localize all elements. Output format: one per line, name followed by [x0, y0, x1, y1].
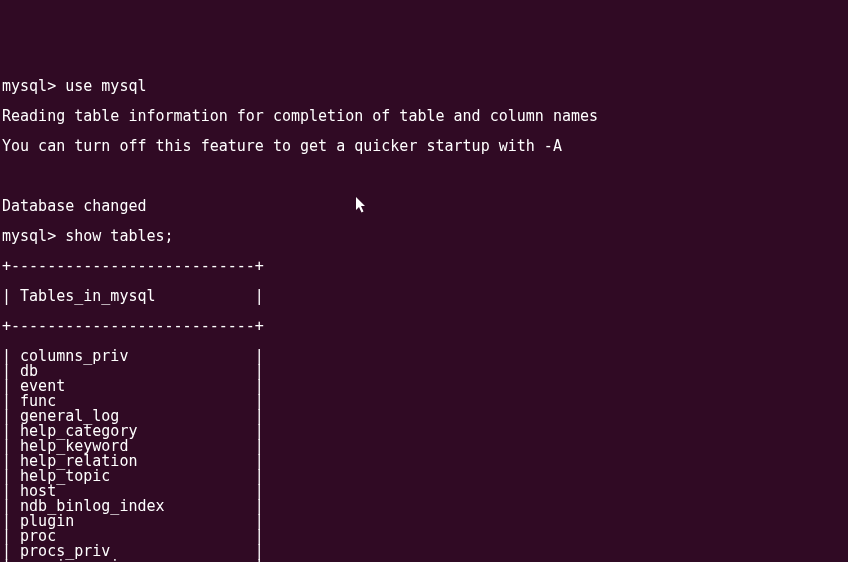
msg-turn-off: You can turn off this feature to get a q… [2, 139, 848, 154]
table-border-mid: +---------------------------+ [2, 319, 848, 334]
mysql-prompt: mysql> [2, 77, 56, 95]
msg-reading: Reading table information for completion… [2, 109, 848, 124]
command-show-tables: show tables; [65, 227, 173, 245]
mysql-prompt: mysql> [2, 227, 56, 245]
terminal-output[interactable]: mysql> use mysql Reading table informati… [2, 64, 848, 562]
command-use-db: use mysql [65, 77, 146, 95]
table-header-row: | Tables_in_mysql | [2, 289, 848, 304]
prompt-line: mysql> use mysql [2, 79, 848, 94]
table-border-top: +---------------------------+ [2, 259, 848, 274]
blank-line [2, 169, 848, 184]
prompt-line: mysql> show tables; [2, 229, 848, 244]
msg-db-changed: Database changed [2, 199, 848, 214]
